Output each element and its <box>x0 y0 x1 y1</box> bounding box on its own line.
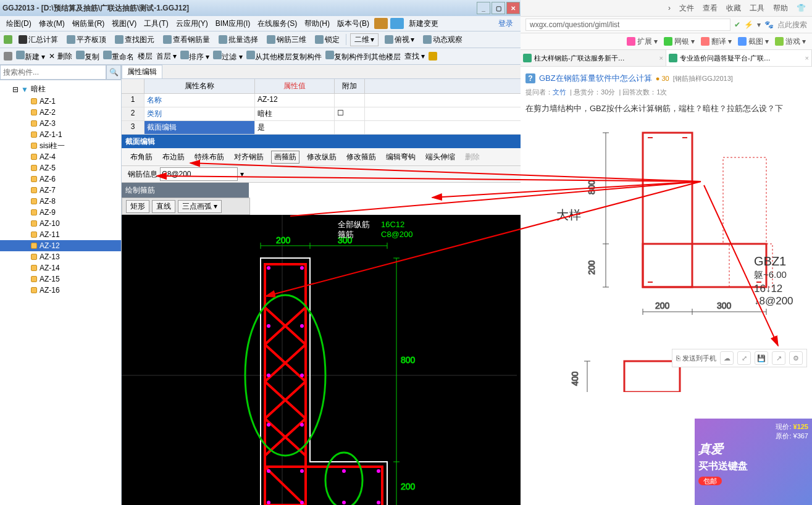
tree-item[interactable]: AZ-1 <box>0 96 121 107</box>
property-grid[interactable]: 属性名称 属性值 附加 1名称AZ-12 2类别暗柱☐ 3截面编辑是 <box>122 79 521 135</box>
chip-trans[interactable]: 翻译 ▾ <box>701 36 732 47</box>
menu-newchange[interactable]: 新建变更 <box>406 17 441 30</box>
findg-button[interactable]: 查找图元 <box>112 33 157 46</box>
bmenu-file[interactable]: 文件 <box>679 3 694 14</box>
pointer-icon[interactable] <box>4 52 12 61</box>
tree-item[interactable]: AZ-2 <box>0 107 121 118</box>
paw-icon[interactable]: 🐾 <box>764 20 774 29</box>
tab-special[interactable]: 特殊布筋 <box>192 151 227 164</box>
tree-item[interactable]: AZ-7 <box>0 185 121 196</box>
tree-item[interactable]: AZ-5 <box>0 162 121 173</box>
maximize-button[interactable]: ▢ <box>492 2 505 14</box>
copy-button[interactable]: 复制 <box>76 51 99 62</box>
tree-item[interactable]: AZ-13 <box>0 251 121 262</box>
tab-end[interactable]: 端头伸缩 <box>423 151 458 164</box>
tab-1[interactable]: 柱大样钢筋-广联达服务新干…× <box>521 50 666 66</box>
tab-2[interactable]: 专业造价问题答疑平台-广联…× <box>666 50 812 66</box>
section-canvas[interactable]: 200 300 800 200 全部纵筋 16C12 箍筋 C8@200 <box>122 215 521 505</box>
rebar-info-input[interactable] <box>160 167 238 181</box>
dropdown-icon[interactable]: ▾ <box>240 170 244 178</box>
tab-mods[interactable]: 修改箍筋 <box>344 151 379 164</box>
dyn-button[interactable]: 动态观察 <box>421 33 465 46</box>
rect-button[interactable]: 矩形 <box>126 200 149 213</box>
copyto-button[interactable]: 复制构件到其他楼层 <box>325 51 401 62</box>
expand-icon[interactable]: ⤢ <box>737 351 751 365</box>
property-tab[interactable]: 属性编辑 <box>122 65 162 79</box>
calc-button[interactable]: 汇总计算 <box>16 33 61 46</box>
chip-game[interactable]: 游戏 ▾ <box>775 36 806 47</box>
close-button[interactable]: ✕ <box>506 2 520 14</box>
filter-button[interactable]: 过滤 ▾ <box>213 51 242 62</box>
new-button[interactable]: 新建 ▾ <box>16 51 45 62</box>
menu-cloud[interactable]: 云应用(Y) <box>174 17 211 30</box>
send-phone-button[interactable]: ⎘ 发送到手机 <box>676 354 716 363</box>
search-input[interactable] <box>0 65 106 80</box>
menu-tools[interactable]: 工具(T) <box>141 17 170 30</box>
cloud-icon[interactable]: ☁ <box>720 351 734 365</box>
question-title[interactable]: GBZ在钢筋算量软件中怎么计算 <box>539 73 652 84</box>
tab-hook[interactable]: 编辑弯钩 <box>383 151 418 164</box>
undo-icon[interactable] <box>4 35 12 44</box>
tab-del[interactable]: 删除 <box>463 151 482 164</box>
tree-item[interactable]: AZ-6 <box>0 173 121 185</box>
share-icon[interactable]: ↗ <box>772 351 785 365</box>
chip-ext[interactable]: 扩展 ▾ <box>627 36 658 47</box>
tree-item[interactable]: AZ-1-1 <box>0 129 121 140</box>
sort-button[interactable]: 排序 ▾ <box>180 51 209 62</box>
lock-button[interactable]: 锁定 <box>312 33 342 46</box>
help-icon[interactable] <box>429 52 437 61</box>
tree-item[interactable]: AZ-15 <box>0 273 121 285</box>
bmenu-view[interactable]: 查看 <box>703 3 718 14</box>
tree-item[interactable]: AZ-8 <box>0 196 121 207</box>
tree-item[interactable]: AZ-10 <box>0 218 121 229</box>
tree-root[interactable]: ⊟ ▼ 暗柱 <box>0 83 121 96</box>
tab-corner[interactable]: 布角筋 <box>128 151 155 164</box>
look-select[interactable]: 俯视 ▾ <box>382 33 417 46</box>
minimize-button[interactable]: _ <box>477 2 490 14</box>
bmenu-fav[interactable]: 收藏 <box>726 3 741 14</box>
menu-bim[interactable]: BIM应用(I) <box>213 17 253 30</box>
tree-item[interactable]: AZ-9 <box>0 207 121 218</box>
search-hint[interactable]: 点此搜索 <box>777 20 807 30</box>
menu-rebar[interactable]: 钢筋量(R) <box>70 17 107 30</box>
tab-modv[interactable]: 修改纵筋 <box>304 151 339 164</box>
close-icon[interactable]: × <box>805 54 809 62</box>
tree-item[interactable]: AZ-4 <box>0 151 121 162</box>
rename-button[interactable]: 重命名 <box>103 51 134 62</box>
login-link[interactable]: 登录 <box>496 17 516 30</box>
tab-stirrup[interactable]: 画箍筋 <box>271 151 299 164</box>
asker-link[interactable]: 文竹 <box>553 88 566 96</box>
gear-icon[interactable]: ⚙ <box>789 351 803 365</box>
batch-button[interactable]: 批量选择 <box>216 33 261 46</box>
floor-select[interactable]: 首层 ▾ <box>156 51 177 62</box>
flash-icon[interactable]: ⚡ <box>744 20 753 29</box>
menu-version[interactable]: 版本号(B) <box>335 17 372 30</box>
tree-item[interactable]: AZ-3 <box>0 118 121 129</box>
find-button[interactable]: 查找 ▾ <box>404 51 425 62</box>
url-input[interactable]: wxgx.com/question/giml/list <box>525 19 730 31</box>
menu-view[interactable]: 视图(V) <box>109 17 139 30</box>
findr-button[interactable]: 查看钢筋量 <box>161 33 212 46</box>
tab-edge[interactable]: 布边筋 <box>160 151 187 164</box>
bmenu-tool[interactable]: 工具 <box>750 3 764 14</box>
delete-button[interactable]: ✕ 删除 <box>49 51 72 62</box>
menu-modify[interactable]: 修改(M) <box>36 17 67 30</box>
bmenu-help[interactable]: 帮助 <box>773 3 788 14</box>
tree-item[interactable]: AZ-16 <box>0 285 121 296</box>
menu-help[interactable]: 帮助(H) <box>302 17 332 30</box>
dim-select[interactable]: 二维 ▾ <box>350 33 379 46</box>
advertisement[interactable]: 现价: ¥125 原价: ¥367 真爱 买书送键盘 包邮 <box>695 419 812 505</box>
tree-item[interactable]: AZ-11 <box>0 229 121 240</box>
search-go-button[interactable]: 🔍 <box>106 65 121 80</box>
copyfrom-button[interactable]: 从其他楼层复制构件 <box>246 51 322 62</box>
skin-icon[interactable]: 👕 <box>797 4 806 12</box>
tree-item[interactable]: sisi柱一 <box>0 140 121 151</box>
chip-shot[interactable]: 截图 ▾ <box>738 36 769 47</box>
save-icon[interactable]: 💾 <box>755 351 768 365</box>
r3d-button[interactable]: 钢筋三维 <box>264 33 309 46</box>
tree-item[interactable]: AZ-14 <box>0 262 121 273</box>
menu-draw[interactable]: 绘图(D) <box>4 17 34 30</box>
menu-online[interactable]: 在线服务(S) <box>255 17 299 30</box>
chip-bank[interactable]: 网银 ▾ <box>664 36 695 47</box>
tree-item[interactable]: AZ-12 <box>0 240 121 251</box>
